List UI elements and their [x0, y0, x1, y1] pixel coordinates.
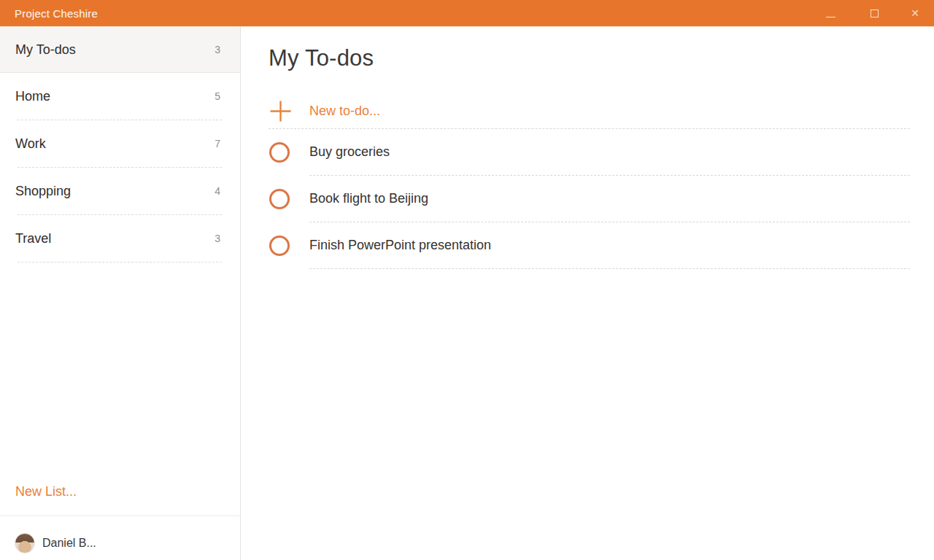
new-list-button[interactable]: New List...: [0, 484, 240, 516]
todo-checkbox[interactable]: [269, 189, 290, 209]
todo-label: Book flight to Beijing: [309, 191, 428, 206]
list-count: 7: [215, 138, 220, 149]
sidebar-spacer: [0, 262, 240, 484]
todo-checkbox[interactable]: [269, 142, 290, 163]
todo-label: Buy groceries: [309, 144, 390, 160]
minimize-icon: [826, 17, 835, 18]
todo-item[interactable]: Finish PowerPoint presentation: [269, 222, 934, 268]
todo-item[interactable]: Buy groceries: [269, 129, 934, 175]
divider: [309, 268, 910, 269]
main-panel: My To-dos New to-do... Buy groceries: [241, 27, 934, 560]
sidebar: My To-dos 3 Home 5 Work 7 Shopping 4 Tra…: [0, 27, 241, 560]
todo-label: Finish PowerPoint presentation: [309, 238, 491, 253]
window-title: Project Cheshire: [0, 7, 98, 20]
sidebar-item-my-todos[interactable]: My To-dos 3: [0, 27, 240, 73]
sidebar-item-shopping[interactable]: Shopping 4: [0, 168, 240, 214]
close-button[interactable]: ✕: [896, 0, 934, 26]
todo-item[interactable]: Book flight to Beijing: [269, 176, 934, 222]
titlebar[interactable]: Project Cheshire ✕: [0, 0, 934, 27]
maximize-button[interactable]: [852, 0, 896, 26]
list-label: Home: [15, 89, 50, 104]
todo-checkbox-wrap: [269, 142, 309, 163]
sidebar-item-work[interactable]: Work 7: [0, 120, 240, 167]
plus-icon: [269, 99, 309, 123]
window-controls: ✕: [808, 0, 934, 26]
list-count: 3: [215, 233, 220, 244]
maximize-icon: [871, 9, 879, 18]
todo-checkbox-wrap: [269, 189, 309, 209]
new-todo-button[interactable]: New to-do...: [269, 93, 934, 128]
profile-name: Daniel B...: [42, 537, 96, 550]
app-body: My To-dos 3 Home 5 Work 7 Shopping 4 Tra…: [0, 27, 934, 560]
list-count: 3: [215, 44, 220, 55]
todo-checkbox-wrap: [269, 236, 309, 256]
avatar: [15, 533, 35, 553]
list-label: Travel: [15, 231, 51, 246]
list-label: My To-dos: [15, 42, 76, 58]
close-icon: ✕: [911, 8, 919, 18]
minimize-button[interactable]: [808, 0, 852, 26]
list-count: 5: [215, 90, 220, 102]
page-title: My To-dos: [269, 42, 934, 74]
list-label: Shopping: [15, 184, 71, 199]
sidebar-item-home[interactable]: Home 5: [0, 73, 240, 120]
app-window: Project Cheshire ✕ My To-dos 3 Home 5: [0, 0, 934, 560]
profile-button[interactable]: Daniel B...: [0, 516, 240, 560]
todo-checkbox[interactable]: [269, 236, 290, 256]
list-count: 4: [215, 185, 220, 197]
sidebar-item-travel[interactable]: Travel 3: [0, 215, 240, 262]
new-todo-label: New to-do...: [309, 104, 380, 119]
list-label: Work: [15, 136, 46, 152]
